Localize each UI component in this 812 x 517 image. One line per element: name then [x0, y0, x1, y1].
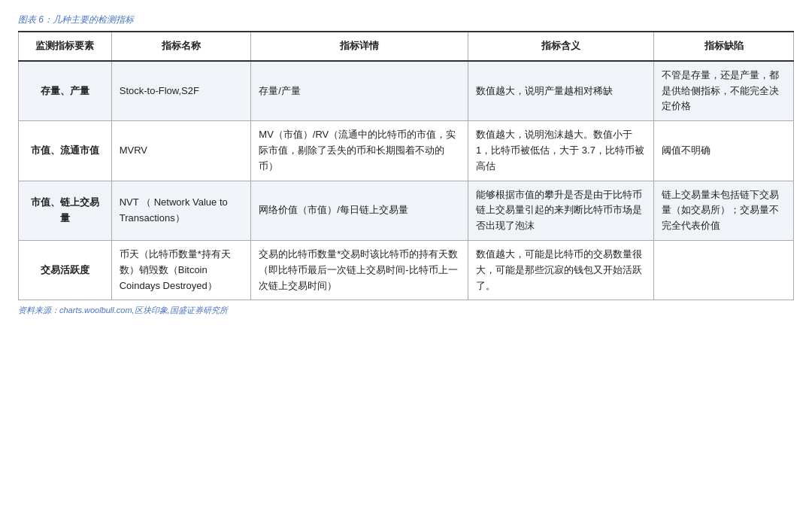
header-col4: 指标含义	[468, 32, 653, 61]
cell-row3-col2: 币天（比特币数量*持有天数）销毁数（Bitcoin Coindays Destr…	[111, 240, 251, 300]
cell-row1-col5: 阈值不明确	[654, 121, 794, 181]
header-col1: 监测指标要素	[19, 32, 112, 61]
cell-row1-col1: 市值、流通市值	[19, 121, 112, 181]
table-row: 存量、产量Stock-to-Flow,S2F存量/产量数值越大，说明产量越相对稀…	[19, 61, 794, 121]
header-col3: 指标详情	[251, 32, 468, 61]
table-row: 市值、链上交易量NVT （ Network Value to Transacti…	[19, 181, 794, 240]
header-col2: 指标名称	[111, 32, 251, 61]
cell-row3-col4: 数值越大，可能是比特币的交易数量很大，可能是那些沉寂的钱包又开始活跃了。	[468, 240, 653, 300]
cell-row2-col1: 市值、链上交易量	[19, 181, 112, 240]
chart-title: 图表 6：几种主要的检测指标	[18, 14, 794, 26]
cell-row2-col4: 能够根据市值的攀升是否是由于比特币链上交易量引起的来判断比特币市场是否出现了泡沫	[468, 181, 653, 240]
table-header-row: 监测指标要素 指标名称 指标详情 指标含义 指标缺陷	[19, 32, 794, 61]
table-row: 交易活跃度币天（比特币数量*持有天数）销毁数（Bitcoin Coindays …	[19, 240, 794, 300]
cell-row3-col3: 交易的比特币数量*交易时该比特币的持有天数（即比特币最后一次链上交易时间-比特币…	[251, 240, 468, 300]
cell-row2-col5: 链上交易量未包括链下交易量（如交易所）；交易量不完全代表价值	[654, 181, 794, 240]
cell-row0-col3: 存量/产量	[251, 61, 468, 121]
cell-row0-col2: Stock-to-Flow,S2F	[111, 61, 251, 121]
header-col5: 指标缺陷	[654, 32, 794, 61]
table-row: 市值、流通市值MVRVMV（市值）/RV（流通中的比特币的市值，实际市值，剔除了…	[19, 121, 794, 181]
cell-row1-col2: MVRV	[111, 121, 251, 181]
cell-row1-col3: MV（市值）/RV（流通中的比特币的市值，实际市值，剔除了丢失的币和长期囤着不动…	[251, 121, 468, 181]
cell-row0-col1: 存量、产量	[19, 61, 112, 121]
cell-row2-col3: 网络价值（市值）/每日链上交易量	[251, 181, 468, 240]
data-table: 监测指标要素 指标名称 指标详情 指标含义 指标缺陷 存量、产量Stock-to…	[18, 31, 794, 300]
cell-row3-col1: 交易活跃度	[19, 240, 112, 300]
cell-row0-col5: 不管是存量，还是产量，都是供给侧指标，不能完全决定价格	[654, 61, 794, 121]
cell-row0-col4: 数值越大，说明产量越相对稀缺	[468, 61, 653, 121]
cell-row1-col4: 数值越大，说明泡沫越大。数值小于 1，比特币被低估，大于 3.7，比特币被高估	[468, 121, 653, 181]
cell-row2-col2: NVT （ Network Value to Transactions）	[111, 181, 251, 240]
chart-container: 图表 6：几种主要的检测指标 监测指标要素 指标名称 指标详情 指标含义 指标缺…	[18, 14, 794, 316]
source-note: 资料来源：charts.woolbull.com,区块印象,国盛证券研究所	[18, 305, 794, 316]
cell-row3-col5	[654, 240, 794, 300]
